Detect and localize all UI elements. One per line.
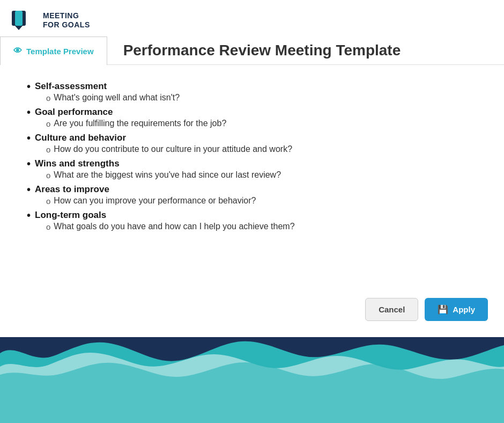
apply-button[interactable]: 💾 Apply [425, 298, 488, 321]
agenda-item-title: •Self-assessment [27, 81, 477, 92]
agenda-item-title: •Culture and behavior [27, 133, 477, 143]
page-title-area: Performance Review Meeting Template [107, 37, 504, 64]
agenda-sub-text: What are the biggest wins you've had sin… [54, 170, 281, 180]
agenda-item: •Self-assessmentoWhat's going well and w… [27, 81, 477, 103]
logo-text: MEETING FOR GOALS [43, 11, 90, 30]
agenda-item: •Long-term goalsoWhat goals do you have … [27, 210, 477, 231]
agenda-sub-text: What goals do you have and how can I hel… [54, 222, 294, 231]
agenda-item: •Areas to improveoHow can you improve yo… [27, 184, 477, 206]
bullet-icon: • [27, 107, 31, 118]
apply-label: Apply [453, 305, 475, 314]
svg-marker-2 [15, 26, 23, 30]
bullet-icon: • [27, 184, 31, 195]
page-title: Performance Review Meeting Template [123, 42, 401, 59]
main-content: •Self-assessmentoWhat's going well and w… [0, 65, 504, 246]
agenda-item-title: •Goal performance [27, 107, 477, 118]
svg-rect-1 [15, 11, 23, 26]
sub-bullet-icon: o [46, 171, 50, 180]
agenda-title-text: Wins and strengths [35, 158, 120, 169]
logo-icon [11, 10, 36, 31]
agenda-sub-item: oWhat goals do you have and how can I he… [46, 222, 477, 231]
eye-icon: 👁 [13, 46, 22, 56]
agenda-sub-text: How can you improve your performance or … [54, 196, 256, 206]
agenda-sub-text: How do you contribute to our culture in … [54, 144, 292, 154]
cancel-button[interactable]: Cancel [365, 298, 418, 321]
sub-bullet-icon: o [46, 119, 50, 128]
agenda-item-title: •Areas to improve [27, 184, 477, 195]
sub-bullet-icon: o [46, 93, 50, 103]
bottom-wave-area [0, 305, 504, 423]
agenda-list: •Self-assessmentoWhat's going well and w… [27, 81, 477, 231]
agenda-title-text: Culture and behavior [35, 133, 126, 143]
header: MEETING FOR GOALS [0, 0, 504, 37]
agenda-item: •Goal performanceoAre you fulfilling the… [27, 107, 477, 128]
bullet-icon: • [27, 133, 31, 143]
agenda-item: •Culture and behavioroHow do you contrib… [27, 133, 477, 154]
tab-title-row: 👁 Template Preview Performance Review Me… [0, 37, 504, 65]
agenda-item-title: •Long-term goals [27, 210, 477, 221]
agenda-title-text: Self-assessment [35, 81, 107, 92]
sub-bullet-icon: o [46, 196, 50, 206]
bullet-icon: • [27, 210, 31, 221]
sub-bullet-icon: o [46, 145, 50, 154]
agenda-item-title: •Wins and strengths [27, 158, 477, 169]
action-buttons: Cancel 💾 Apply [365, 298, 488, 321]
agenda-sub-text: What's going well and what isn't? [54, 93, 180, 103]
agenda-sub-item: oAre you fulfilling the requirements for… [46, 119, 477, 128]
agenda-sub-item: oHow do you contribute to our culture in… [46, 144, 477, 154]
agenda-title-text: Goal performance [35, 107, 113, 118]
save-icon: 💾 [438, 304, 448, 315]
agenda-sub-item: oHow can you improve your performance or… [46, 196, 477, 206]
agenda-sub-item: oWhat are the biggest wins you've had si… [46, 170, 477, 180]
agenda-sub-item: oWhat's going well and what isn't? [46, 93, 477, 103]
agenda-title-text: Long-term goals [35, 210, 106, 221]
bullet-icon: • [27, 158, 31, 169]
tab-label: Template Preview [26, 47, 94, 56]
wave-container [0, 305, 504, 423]
bullet-icon: • [27, 81, 31, 92]
sub-bullet-icon: o [46, 222, 50, 231]
agenda-sub-text: Are you fulfilling the requirements for … [54, 119, 226, 128]
agenda-item: •Wins and strengthsoWhat are the biggest… [27, 158, 477, 180]
agenda-title-text: Areas to improve [35, 184, 109, 195]
template-preview-tab[interactable]: 👁 Template Preview [0, 37, 107, 65]
